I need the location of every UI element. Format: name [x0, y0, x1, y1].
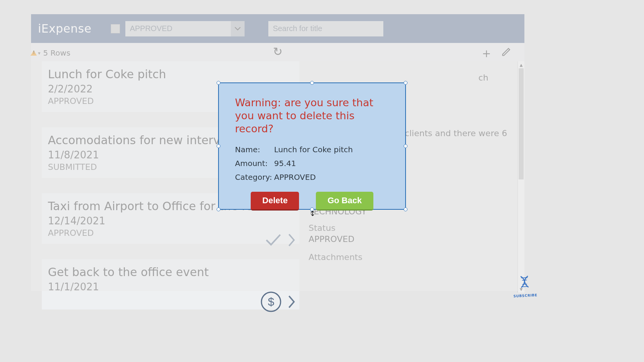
refresh-icon[interactable]: ↻ — [273, 45, 283, 58]
svg-line-3 — [522, 280, 527, 280]
filter-checkbox[interactable] — [111, 24, 120, 33]
modal-name-label: Name: — [235, 145, 274, 154]
chevron-right-icon[interactable] — [288, 233, 296, 248]
svg-line-2 — [521, 278, 527, 278]
scroll-up-icon[interactable]: ▲ — [518, 61, 524, 68]
selection-handle[interactable] — [217, 207, 220, 211]
edit-icon[interactable] — [501, 44, 511, 62]
svg-line-5 — [521, 286, 528, 287]
chevron-right-icon[interactable] — [288, 295, 296, 310]
chevron-down-icon[interactable] — [231, 21, 245, 36]
add-icon[interactable]: ＋ — [480, 44, 493, 62]
app-window: iExpense ▾ 5 Rows ↻ ＋ Lunch for Coke pit… — [31, 14, 524, 291]
item-date: 11/1/2021 — [48, 281, 291, 293]
modal-amount-label: Amount: — [235, 159, 274, 168]
item-title: Lunch for Coke pitch — [48, 67, 291, 81]
svg-line-4 — [522, 284, 527, 285]
modal-category-label: Category: — [235, 173, 274, 182]
selection-handle[interactable] — [217, 144, 220, 148]
modal-category-value: APPROVED — [274, 173, 316, 182]
item-status: APPROVED — [48, 228, 291, 238]
delete-warning-modal[interactable]: Warning: are you sure that you want to d… — [218, 82, 406, 210]
toolbar: ▾ 5 Rows ↻ ＋ — [31, 43, 524, 61]
scrollbar[interactable]: ▲ ▼ — [518, 61, 524, 293]
status-dropdown-input[interactable] — [125, 21, 231, 36]
subscribe-badge[interactable]: SUBSCRIBE — [512, 275, 537, 298]
selection-handle[interactable] — [404, 144, 407, 148]
modal-amount-value: 95.41 — [274, 159, 296, 168]
selection-handle[interactable] — [404, 81, 407, 85]
checkmark-icon[interactable] — [265, 233, 282, 248]
selection-handle[interactable] — [217, 81, 220, 85]
rows-count-label: 5 Rows — [43, 48, 71, 58]
modal-name-value: Lunch for Coke pitch — [274, 145, 353, 154]
app-title: iExpense — [38, 22, 92, 35]
selection-handle[interactable] — [404, 207, 407, 211]
modal-title: Warning: are you sure that you want to d… — [235, 96, 389, 135]
svg-text:$: $ — [268, 295, 274, 308]
detail-attachments-label: Attachments — [309, 252, 515, 262]
resize-cursor-icon: ↕ — [310, 209, 315, 217]
app-header: iExpense — [31, 14, 524, 43]
dna-icon — [518, 275, 531, 292]
status-dropdown[interactable] — [125, 21, 245, 36]
list-item[interactable]: Get back to the office event 11/1/2021 $ — [42, 259, 299, 309]
warning-icon — [31, 50, 37, 56]
chevron-down-icon[interactable]: ▾ — [38, 50, 41, 56]
selection-handle[interactable] — [310, 81, 314, 85]
detail-status-label: Status — [309, 223, 515, 233]
detail-status-value: APPROVED — [309, 234, 515, 244]
search-input[interactable] — [268, 21, 383, 36]
dollar-icon[interactable]: $ — [260, 291, 282, 314]
item-date: 12/14/2021 — [48, 215, 291, 227]
rows-info: ▾ 5 Rows — [31, 48, 71, 58]
subscribe-label: SUBSCRIBE — [513, 293, 537, 298]
go-back-button[interactable]: Go Back — [316, 192, 373, 211]
delete-button[interactable]: Delete — [251, 192, 299, 211]
item-title: Get back to the office event — [48, 265, 291, 279]
detail-title-fragment: ch — [309, 73, 515, 82]
scrollbar-thumb[interactable] — [519, 68, 524, 179]
